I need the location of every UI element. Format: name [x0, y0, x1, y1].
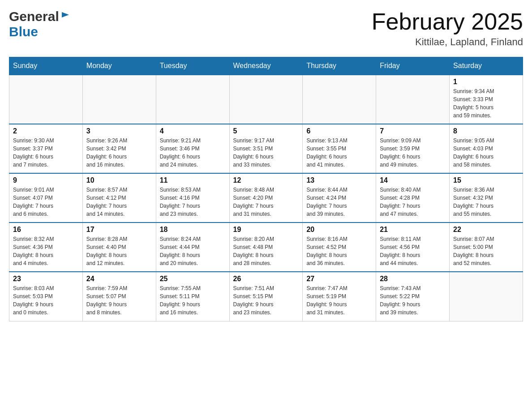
day-info: Sunrise: 9:30 AM Sunset: 3:37 PM Dayligh… [13, 137, 79, 169]
day-number: 23 [13, 275, 79, 283]
location-subtitle: Kittilae, Lapland, Finland [372, 36, 523, 48]
calendar-cell: 22Sunrise: 8:07 AM Sunset: 5:00 PM Dayli… [450, 223, 523, 272]
calendar-cell: 10Sunrise: 8:57 AM Sunset: 4:12 PM Dayli… [82, 173, 156, 223]
day-number: 11 [160, 176, 226, 184]
calendar-week-row: 9Sunrise: 9:01 AM Sunset: 4:07 PM Daylig… [9, 173, 523, 223]
calendar-cell: 8Sunrise: 9:05 AM Sunset: 4:03 PM Daylig… [450, 124, 523, 173]
calendar-cell [303, 75, 376, 124]
calendar-table: SundayMondayTuesdayWednesdayThursdayFrid… [9, 57, 523, 321]
day-info: Sunrise: 9:21 AM Sunset: 3:46 PM Dayligh… [160, 137, 226, 169]
day-number: 27 [306, 275, 372, 283]
calendar-week-row: 2Sunrise: 9:30 AM Sunset: 3:37 PM Daylig… [9, 124, 523, 173]
weekday-header-monday: Monday [82, 57, 156, 75]
calendar-cell: 20Sunrise: 8:16 AM Sunset: 4:52 PM Dayli… [303, 223, 376, 272]
calendar-cell: 2Sunrise: 9:30 AM Sunset: 3:37 PM Daylig… [9, 124, 83, 173]
day-number: 16 [13, 226, 79, 234]
day-number: 17 [86, 226, 152, 234]
day-number: 6 [306, 127, 372, 135]
calendar-cell: 6Sunrise: 9:13 AM Sunset: 3:55 PM Daylig… [303, 124, 376, 173]
day-info: Sunrise: 8:11 AM Sunset: 4:56 PM Dayligh… [380, 235, 446, 267]
day-number: 1 [453, 78, 519, 86]
calendar-cell: 24Sunrise: 7:59 AM Sunset: 5:07 PM Dayli… [82, 272, 156, 321]
day-info: Sunrise: 8:24 AM Sunset: 4:44 PM Dayligh… [160, 235, 226, 267]
calendar-cell: 9Sunrise: 9:01 AM Sunset: 4:07 PM Daylig… [9, 173, 83, 223]
day-info: Sunrise: 7:55 AM Sunset: 5:11 PM Dayligh… [160, 284, 226, 317]
day-number: 4 [160, 127, 226, 135]
day-info: Sunrise: 8:48 AM Sunset: 4:20 PM Dayligh… [233, 186, 299, 218]
day-info: Sunrise: 9:13 AM Sunset: 3:55 PM Dayligh… [306, 137, 372, 169]
calendar-cell: 16Sunrise: 8:32 AM Sunset: 4:36 PM Dayli… [9, 223, 83, 272]
calendar-cell: 5Sunrise: 9:17 AM Sunset: 3:51 PM Daylig… [229, 124, 303, 173]
day-number: 2 [13, 127, 79, 135]
day-number: 28 [380, 275, 446, 283]
calendar-week-row: 23Sunrise: 8:03 AM Sunset: 5:03 PM Dayli… [9, 272, 523, 321]
calendar-cell: 7Sunrise: 9:09 AM Sunset: 3:59 PM Daylig… [376, 124, 450, 173]
day-number: 13 [306, 176, 372, 184]
calendar-cell: 13Sunrise: 8:44 AM Sunset: 4:24 PM Dayli… [303, 173, 376, 223]
day-info: Sunrise: 9:01 AM Sunset: 4:07 PM Dayligh… [13, 186, 79, 218]
day-number: 19 [233, 226, 299, 234]
day-info: Sunrise: 8:40 AM Sunset: 4:28 PM Dayligh… [380, 186, 446, 218]
calendar-cell: 25Sunrise: 7:55 AM Sunset: 5:11 PM Dayli… [156, 272, 229, 321]
page-header: General Blue February 2025 Kittilae, Lap… [9, 9, 523, 48]
calendar-cell: 11Sunrise: 8:53 AM Sunset: 4:16 PM Dayli… [156, 173, 229, 223]
day-number: 14 [380, 176, 446, 184]
svg-marker-0 [62, 12, 69, 17]
weekday-header-wednesday: Wednesday [229, 57, 303, 75]
day-number: 26 [233, 275, 299, 283]
calendar-week-row: 1Sunrise: 9:34 AM Sunset: 3:33 PM Daylig… [9, 75, 523, 124]
calendar-cell: 19Sunrise: 8:20 AM Sunset: 4:48 PM Dayli… [229, 223, 303, 272]
weekday-header-tuesday: Tuesday [156, 57, 229, 75]
day-number: 10 [86, 176, 152, 184]
day-info: Sunrise: 7:51 AM Sunset: 5:15 PM Dayligh… [233, 284, 299, 317]
calendar-cell: 21Sunrise: 8:11 AM Sunset: 4:56 PM Dayli… [376, 223, 450, 272]
day-number: 15 [453, 176, 519, 184]
day-number: 21 [380, 226, 446, 234]
calendar-cell [156, 75, 229, 124]
day-number: 8 [453, 127, 519, 135]
calendar-cell: 26Sunrise: 7:51 AM Sunset: 5:15 PM Dayli… [229, 272, 303, 321]
day-info: Sunrise: 8:32 AM Sunset: 4:36 PM Dayligh… [13, 235, 79, 267]
day-number: 7 [380, 127, 446, 135]
calendar-cell: 17Sunrise: 8:28 AM Sunset: 4:40 PM Dayli… [82, 223, 156, 272]
day-info: Sunrise: 8:57 AM Sunset: 4:12 PM Dayligh… [86, 186, 152, 218]
weekday-header-thursday: Thursday [303, 57, 376, 75]
calendar-cell [9, 75, 83, 124]
day-number: 20 [306, 226, 372, 234]
day-number: 22 [453, 226, 519, 234]
day-info: Sunrise: 9:34 AM Sunset: 3:33 PM Dayligh… [453, 87, 519, 120]
weekday-header-friday: Friday [376, 57, 450, 75]
weekday-header-sunday: Sunday [9, 57, 83, 75]
day-number: 24 [86, 275, 152, 283]
calendar-cell: 23Sunrise: 8:03 AM Sunset: 5:03 PM Dayli… [9, 272, 83, 321]
day-info: Sunrise: 8:07 AM Sunset: 5:00 PM Dayligh… [453, 235, 519, 267]
day-number: 5 [233, 127, 299, 135]
day-info: Sunrise: 8:16 AM Sunset: 4:52 PM Dayligh… [306, 235, 372, 267]
day-number: 9 [13, 176, 79, 184]
calendar-cell: 14Sunrise: 8:40 AM Sunset: 4:28 PM Dayli… [376, 173, 450, 223]
title-block: February 2025 Kittilae, Lapland, Finland [372, 9, 523, 48]
day-info: Sunrise: 8:36 AM Sunset: 4:32 PM Dayligh… [453, 186, 519, 218]
day-info: Sunrise: 8:28 AM Sunset: 4:40 PM Dayligh… [86, 235, 152, 267]
month-year-title: February 2025 [372, 9, 523, 34]
calendar-cell: 12Sunrise: 8:48 AM Sunset: 4:20 PM Dayli… [229, 173, 303, 223]
calendar-cell: 15Sunrise: 8:36 AM Sunset: 4:32 PM Dayli… [450, 173, 523, 223]
calendar-cell [229, 75, 303, 124]
calendar-cell: 27Sunrise: 7:47 AM Sunset: 5:19 PM Dayli… [303, 272, 376, 321]
logo-blue-text: Blue [9, 24, 38, 39]
calendar-cell: 4Sunrise: 9:21 AM Sunset: 3:46 PM Daylig… [156, 124, 229, 173]
weekday-header-row: SundayMondayTuesdayWednesdayThursdayFrid… [9, 57, 523, 75]
day-info: Sunrise: 8:44 AM Sunset: 4:24 PM Dayligh… [306, 186, 372, 218]
day-info: Sunrise: 8:03 AM Sunset: 5:03 PM Dayligh… [13, 284, 79, 317]
day-number: 3 [86, 127, 152, 135]
calendar-cell: 18Sunrise: 8:24 AM Sunset: 4:44 PM Dayli… [156, 223, 229, 272]
day-info: Sunrise: 7:59 AM Sunset: 5:07 PM Dayligh… [86, 284, 152, 317]
day-info: Sunrise: 9:17 AM Sunset: 3:51 PM Dayligh… [233, 137, 299, 169]
calendar-cell: 1Sunrise: 9:34 AM Sunset: 3:33 PM Daylig… [450, 75, 523, 124]
calendar-cell [82, 75, 156, 124]
calendar-week-row: 16Sunrise: 8:32 AM Sunset: 4:36 PM Dayli… [9, 223, 523, 272]
logo: General Blue [9, 9, 70, 39]
calendar-cell: 28Sunrise: 7:43 AM Sunset: 5:22 PM Dayli… [376, 272, 450, 321]
day-info: Sunrise: 8:53 AM Sunset: 4:16 PM Dayligh… [160, 186, 226, 218]
day-info: Sunrise: 9:09 AM Sunset: 3:59 PM Dayligh… [380, 137, 446, 169]
